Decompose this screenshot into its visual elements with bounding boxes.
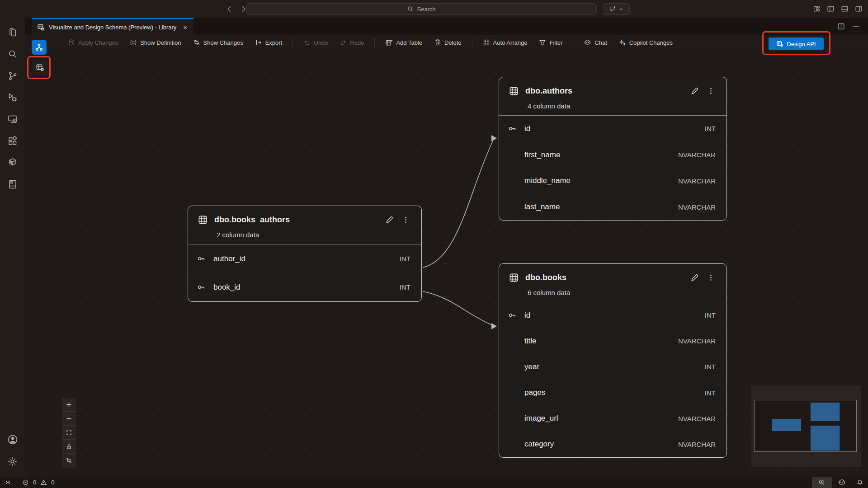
column-type: NVARCHAR [678, 441, 716, 448]
column-type: INT [400, 255, 410, 263]
search-input[interactable]: Search [246, 3, 597, 15]
remote-explorer-icon[interactable] [0, 108, 25, 130]
auto-arrange-label: Auto Arrange [493, 39, 528, 46]
edit-pencil-icon[interactable] [385, 216, 394, 224]
zoom-status-button[interactable] [812, 477, 832, 488]
column-type: NVARCHAR [678, 177, 716, 185]
database-projects-icon[interactable] [0, 174, 25, 195]
chat-dropdown-button[interactable] [603, 3, 630, 15]
fit-view-icon [66, 429, 72, 436]
copilot-changes-button[interactable]: Copilot Changes [619, 39, 673, 46]
show-changes-button[interactable]: Show Changes [193, 39, 243, 46]
show-definition-button[interactable]: Show Definition [130, 39, 181, 46]
kebab-menu-icon[interactable] [402, 216, 410, 224]
undo-button[interactable]: Undo [303, 39, 328, 46]
show-definition-label: Show Definition [140, 39, 181, 46]
toggle-panel-bottom-icon[interactable] [841, 5, 849, 13]
column-type: INT [705, 363, 716, 371]
containers-icon[interactable] [0, 152, 25, 174]
column-type: NVARCHAR [678, 151, 716, 159]
add-table-button[interactable]: Add Table [385, 39, 422, 47]
more-actions-icon[interactable] [852, 23, 860, 30]
column-type: INT [400, 283, 410, 291]
bell-icon [856, 479, 863, 486]
remote-indicator[interactable] [5, 479, 11, 486]
chat-button[interactable]: Chat [584, 39, 607, 47]
filter-button[interactable]: Filter [539, 39, 562, 46]
column-name: id [524, 124, 698, 133]
canvas-zoom-controls [62, 398, 76, 468]
minimap-node-authors [811, 403, 840, 421]
table-card-authors[interactable]: dbo.authors 4 column data id INT first_n… [499, 77, 727, 221]
export-label: Export [265, 39, 283, 46]
design-api-button[interactable]: Design API [769, 38, 824, 50]
search-sidebar-icon[interactable] [0, 43, 25, 65]
customize-layout-icon[interactable] [813, 5, 821, 13]
redo-button[interactable]: Redo [340, 39, 364, 46]
primary-key-icon [508, 311, 517, 319]
source-control-icon[interactable] [0, 65, 25, 87]
column-type: NVARCHAR [678, 337, 716, 345]
explorer-icon[interactable] [0, 22, 25, 43]
edit-pencil-icon[interactable] [690, 87, 699, 95]
notifications-button[interactable] [852, 477, 868, 488]
table-column-row[interactable]: pages INT [499, 380, 726, 406]
status-bar: 0 0 [0, 477, 868, 488]
design-api-icon [776, 40, 783, 47]
account-icon[interactable] [0, 429, 25, 450]
table-column-row[interactable]: last_name NVARCHAR [499, 194, 726, 220]
table-designer-button[interactable] [33, 60, 47, 75]
auto-arrange-button[interactable]: Auto Arrange [483, 39, 528, 46]
table-column-row[interactable]: title NVARCHAR [499, 328, 726, 354]
zoom-in-button[interactable] [62, 398, 76, 412]
zoom-out-button[interactable] [62, 412, 76, 426]
filter-icon [539, 39, 546, 46]
table-column-row[interactable]: year INT [499, 354, 726, 380]
error-count: 0 [33, 479, 36, 486]
table-card-books[interactable]: dbo.books 6 column data id INT title NVA… [499, 263, 727, 458]
column-name: category [524, 440, 672, 449]
schema-canvas[interactable] [25, 50, 868, 477]
column-type: INT [705, 389, 716, 397]
delete-button[interactable]: Delete [434, 39, 462, 46]
activity-bar [0, 18, 25, 477]
split-editor-icon[interactable] [837, 23, 845, 30]
toggle-panel-right-icon[interactable] [855, 5, 863, 13]
refresh-layout-button[interactable] [62, 454, 76, 468]
table-column-row[interactable]: author_id INT [188, 244, 421, 273]
table-column-row[interactable]: middle_name NVARCHAR [499, 168, 726, 194]
table-column-row[interactable]: id INT [499, 302, 726, 328]
redo-label: Redo [350, 39, 364, 46]
table-column-row[interactable]: image_url NVARCHAR [499, 406, 726, 432]
export-icon [255, 39, 262, 46]
minimap[interactable] [751, 385, 861, 467]
lock-button[interactable] [62, 440, 76, 454]
schema-visualization-button[interactable] [32, 40, 47, 55]
table-card-books-authors[interactable]: dbo.books_authors 2 column data author_i… [188, 206, 422, 302]
tab-close-icon[interactable]: × [183, 23, 187, 31]
title-bar: Search [0, 0, 868, 18]
table-subtitle: 2 column data [217, 231, 410, 239]
back-arrow-icon[interactable] [225, 5, 233, 13]
table-column-row[interactable]: id INT [499, 116, 726, 142]
export-button[interactable]: Export [255, 39, 283, 46]
copilot-status-button[interactable] [832, 477, 852, 488]
toggle-panel-left-icon[interactable] [827, 5, 835, 13]
extensions-icon[interactable] [0, 130, 25, 152]
apply-changes-button[interactable]: Apply Changes [68, 39, 118, 46]
problems-indicator[interactable]: 0 0 [22, 479, 54, 486]
table-column-row[interactable]: book_id INT [188, 273, 421, 301]
run-and-debug-icon[interactable] [0, 87, 25, 108]
kebab-menu-icon[interactable] [707, 274, 715, 282]
table-column-row[interactable]: category NVARCHAR [499, 432, 726, 457]
filter-label: Filter [549, 39, 562, 46]
edit-pencil-icon[interactable] [690, 273, 699, 282]
kebab-menu-icon[interactable] [707, 87, 715, 95]
settings-gear-icon[interactable] [0, 450, 25, 472]
designer-toolbar: Apply Changes Show Definition Show Chang… [25, 35, 868, 50]
column-name: pages [524, 388, 698, 397]
undo-icon [303, 39, 311, 46]
table-column-row[interactable]: first_name NVARCHAR [499, 142, 726, 168]
tab-visualize-design-schema[interactable]: Visualize and Design Schema (Preview) - … [32, 18, 193, 35]
fit-view-button[interactable] [62, 426, 76, 440]
